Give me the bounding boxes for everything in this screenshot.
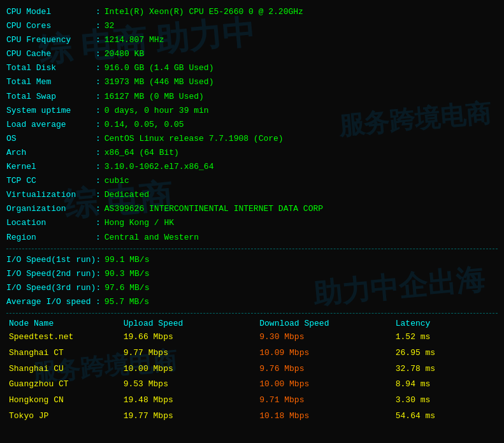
region-row: Region : Central and Western xyxy=(6,231,498,245)
network-row-5: Tokyo JP19.77 Mbps10.18 Mbps54.64 ms xyxy=(6,409,498,425)
io-run1-label: I/O Speed(1st run) xyxy=(6,253,96,267)
tcp-row: TCP CC : cubic xyxy=(6,174,498,188)
org-value: AS399626 INTERCONTINENTAL INTERNET DATA … xyxy=(104,202,323,216)
network-latency-5: 54.64 ms xyxy=(393,409,498,425)
cpu-model-label: CPU Model xyxy=(6,5,96,19)
region-label: Region xyxy=(6,231,96,245)
network-row-3: Guangzhou CT9.53 Mbps10.00 Mbps8.94 ms xyxy=(6,377,498,393)
total-mem-label: Total Mem xyxy=(6,75,96,89)
tcp-value: cubic xyxy=(104,174,129,188)
io-run3-label: I/O Speed(3rd run) xyxy=(6,281,96,295)
io-avg-row: Average I/O speed : 95.7 MB/s xyxy=(6,295,498,309)
kernel-row: Kernel : 3.10.0-1062.el7.x86_64 xyxy=(6,160,498,174)
total-swap-value: 16127 MB (0 MB Used) xyxy=(104,90,204,104)
network-table: Node Name Upload Speed Download Speed La… xyxy=(6,317,498,425)
network-table-header: Node Name Upload Speed Download Speed La… xyxy=(6,317,498,330)
total-swap-row: Total Swap : 16127 MB (0 MB Used) xyxy=(6,90,498,104)
arch-label: Arch xyxy=(6,146,96,160)
virt-label: Virtualization xyxy=(6,188,96,202)
network-node-1: Shanghai CT xyxy=(6,345,121,361)
network-section: Node Name Upload Speed Download Speed La… xyxy=(6,317,498,425)
divider-1 xyxy=(6,249,498,249)
io-run1-row: I/O Speed(1st run) : 99.1 MB/s xyxy=(6,253,498,267)
region-value: Central and Western xyxy=(104,231,199,245)
network-upload-2: 10.00 Mbps xyxy=(121,361,257,377)
total-mem-value: 31973 MB (446 MB Used) xyxy=(104,75,214,89)
network-row-1: Shanghai CT9.77 Mbps10.09 Mbps26.95 ms xyxy=(6,345,498,361)
cpu-cache-row: CPU Cache : 20480 KB xyxy=(6,47,498,61)
cpu-freq-label: CPU Frequency xyxy=(6,33,96,47)
cpu-cores-row: CPU Cores : 32 xyxy=(6,19,498,33)
col-latency-header: Latency xyxy=(393,317,498,330)
tcp-label: TCP CC xyxy=(6,174,96,188)
network-upload-1: 9.77 Mbps xyxy=(121,345,257,361)
network-row-0: Speedtest.net19.66 Mbps9.30 Mbps1.52 ms xyxy=(6,330,498,345)
network-download-0: 9.30 Mbps xyxy=(257,330,393,345)
cpu-cache-value: 20480 KB xyxy=(104,47,144,61)
network-row-2: Shanghai CU10.00 Mbps9.76 Mbps32.78 ms xyxy=(6,361,498,377)
total-disk-value: 916.0 GB (1.4 GB Used) xyxy=(104,61,214,75)
cpu-model-row: CPU Model : Intel(R) Xeon(R) CPU E5-2660… xyxy=(6,5,498,19)
network-node-0: Speedtest.net xyxy=(6,330,121,345)
network-latency-4: 3.30 ms xyxy=(393,393,498,409)
load-row: Load average : 0.14, 0.05, 0.05 xyxy=(6,118,498,132)
location-value: Hong Kong / HK xyxy=(104,216,174,230)
network-upload-4: 19.48 Mbps xyxy=(121,393,257,409)
virt-value: Dedicated xyxy=(104,188,149,202)
io-run2-label: I/O Speed(2nd run) xyxy=(6,267,96,281)
total-disk-row: Total Disk : 916.0 GB (1.4 GB Used) xyxy=(6,61,498,75)
kernel-label: Kernel xyxy=(6,160,96,174)
org-row: Organization : AS399626 INTERCONTINENTAL… xyxy=(6,202,498,216)
io-run1-value: 99.1 MB/s xyxy=(104,253,149,267)
location-label: Location xyxy=(6,216,96,230)
network-latency-0: 1.52 ms xyxy=(393,330,498,345)
cpu-freq-value: 1214.807 MHz xyxy=(104,33,164,47)
cpu-cache-label: CPU Cache xyxy=(6,47,96,61)
uptime-row: System uptime : 0 days, 0 hour 39 min xyxy=(6,104,498,118)
network-node-2: Shanghai CU xyxy=(6,361,121,377)
network-upload-5: 19.77 Mbps xyxy=(121,409,257,425)
io-run3-row: I/O Speed(3rd run) : 97.6 MB/s xyxy=(6,281,498,295)
network-download-3: 10.00 Mbps xyxy=(257,377,393,393)
cpu-model-value: Intel(R) Xeon(R) CPU E5-2660 0 @ 2.20GHz xyxy=(104,5,303,19)
total-disk-label: Total Disk xyxy=(6,61,96,75)
io-run2-value: 90.3 MB/s xyxy=(104,267,149,281)
network-download-1: 10.09 Mbps xyxy=(257,345,393,361)
io-avg-label: Average I/O speed xyxy=(6,295,96,309)
org-label: Organization xyxy=(6,202,96,216)
uptime-label: System uptime xyxy=(6,104,96,118)
cpu-freq-row: CPU Frequency : 1214.807 MHz xyxy=(6,33,498,47)
system-info-section: CPU Model : Intel(R) Xeon(R) CPU E5-2660… xyxy=(6,5,498,245)
cpu-cores-label: CPU Cores xyxy=(6,19,96,33)
network-download-5: 10.18 Mbps xyxy=(257,409,393,425)
io-section: I/O Speed(1st run) : 99.1 MB/s I/O Speed… xyxy=(6,253,498,309)
col-upload-header: Upload Speed xyxy=(121,317,257,330)
network-node-3: Guangzhou CT xyxy=(6,377,121,393)
total-mem-row: Total Mem : 31973 MB (446 MB Used) xyxy=(6,75,498,89)
cpu-cores-value: 32 xyxy=(104,19,115,33)
divider-2 xyxy=(6,313,498,314)
cpu-model-sep: : xyxy=(96,5,101,19)
network-latency-1: 26.95 ms xyxy=(393,345,498,361)
main-content: CPU Model : Intel(R) Xeon(R) CPU E5-2660… xyxy=(0,0,504,432)
io-run3-value: 97.6 MB/s xyxy=(104,281,149,295)
network-node-4: Hongkong CN xyxy=(6,393,121,409)
network-latency-3: 8.94 ms xyxy=(393,377,498,393)
kernel-value: 3.10.0-1062.el7.x86_64 xyxy=(104,160,214,174)
network-download-4: 9.71 Mbps xyxy=(257,393,393,409)
location-row: Location : Hong Kong / HK xyxy=(6,216,498,230)
os-label: OS xyxy=(6,132,96,146)
network-download-2: 9.76 Mbps xyxy=(257,361,393,377)
arch-value: x86_64 (64 Bit) xyxy=(104,146,179,160)
os-row: OS : CentOS Linux release 7.7.1908 (Core… xyxy=(6,132,498,146)
arch-row: Arch : x86_64 (64 Bit) xyxy=(6,146,498,160)
load-value: 0.14, 0.05, 0.05 xyxy=(104,118,184,132)
io-avg-value: 95.7 MB/s xyxy=(104,295,149,309)
network-latency-2: 32.78 ms xyxy=(393,361,498,377)
network-upload-3: 9.53 Mbps xyxy=(121,377,257,393)
uptime-value: 0 days, 0 hour 39 min xyxy=(104,104,209,118)
total-swap-label: Total Swap xyxy=(6,90,96,104)
os-value: CentOS Linux release 7.7.1908 (Core) xyxy=(104,132,284,146)
load-label: Load average xyxy=(6,118,96,132)
io-run2-row: I/O Speed(2nd run) : 90.3 MB/s xyxy=(6,267,498,281)
